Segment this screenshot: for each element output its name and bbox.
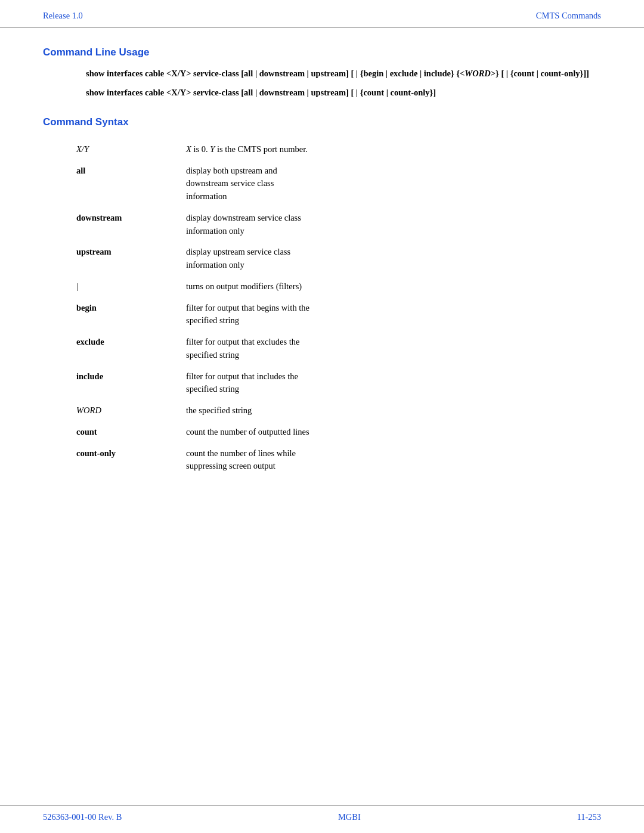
syntax-term-include: include <box>67 366 186 401</box>
syntax-row-all: all display both upstream anddownstream … <box>67 160 601 208</box>
syntax-def-count-only: count the number of lines whilesuppressi… <box>186 443 601 478</box>
syntax-def-pipe: turns on output modifiers (filters) <box>186 276 601 298</box>
syntax-row-exclude: exclude filter for output that excludes … <box>67 332 601 366</box>
syntax-row-xy: X/Y X is 0. Y is the CMTS port number. <box>67 139 601 160</box>
command-syntax-section: Command Syntax X/Y X is 0. Y is the CMTS… <box>43 116 601 477</box>
syntax-row-word: WORD the specified string <box>67 400 601 422</box>
page-footer: 526363-001-00 Rev. B MGBI 11-253 <box>0 806 644 833</box>
syntax-def-exclude: filter for output that excludes thespeci… <box>186 332 601 366</box>
syntax-term-upstream: upstream <box>67 241 186 276</box>
syntax-row-upstream: upstream display upstream service classi… <box>67 241 601 276</box>
syntax-row-count-only: count-only count the number of lines whi… <box>67 443 601 478</box>
page-container: Release 1.0 CMTS Commands Command Line U… <box>0 0 644 833</box>
syntax-def-xy: X is 0. Y is the CMTS port number. <box>186 139 601 160</box>
command-line-usage-section: Command Line Usage show interfaces cable… <box>43 47 601 100</box>
command-line-usage-heading: Command Line Usage <box>43 47 601 58</box>
syntax-def-downstream: display downstream service classinformat… <box>186 208 601 242</box>
command-block-1: show interfaces cable <X/Y> service-clas… <box>86 67 601 80</box>
syntax-row-downstream: downstream display downstream service cl… <box>67 208 601 242</box>
command-syntax-heading: Command Syntax <box>43 116 601 128</box>
syntax-term-downstream: downstream <box>67 208 186 242</box>
syntax-table: X/Y X is 0. Y is the CMTS port number. a… <box>67 139 601 477</box>
syntax-term-all: all <box>67 160 186 208</box>
syntax-row-begin: begin filter for output that begins with… <box>67 298 601 332</box>
syntax-def-include: filter for output that includes thespeci… <box>186 366 601 401</box>
syntax-term-count: count <box>67 422 186 443</box>
syntax-term-count-only: count-only <box>67 443 186 478</box>
syntax-def-upstream: display upstream service classinformatio… <box>186 241 601 276</box>
syntax-def-all: display both upstream anddownstream serv… <box>186 160 601 208</box>
syntax-term-pipe: | <box>67 276 186 298</box>
syntax-term-begin: begin <box>67 298 186 332</box>
header-title: CMTS Commands <box>536 11 601 21</box>
syntax-row-count: count count the number of outputted line… <box>67 422 601 443</box>
syntax-row-include: include filter for output that includes … <box>67 366 601 401</box>
syntax-def-word: the specified string <box>186 400 601 422</box>
command-text-1: show interfaces cable <X/Y> service-clas… <box>86 67 601 80</box>
syntax-term-word: WORD <box>67 400 186 422</box>
main-content: Command Line Usage show interfaces cable… <box>0 27 644 477</box>
syntax-def-count: count the number of outputted lines <box>186 422 601 443</box>
command-block-2: show interfaces cable <X/Y> service-clas… <box>86 86 601 99</box>
footer-product: MGBI <box>338 812 361 822</box>
header-release: Release 1.0 <box>43 11 83 21</box>
footer-doc-number: 526363-001-00 Rev. B <box>43 812 122 822</box>
syntax-term-exclude: exclude <box>67 332 186 366</box>
page-header: Release 1.0 CMTS Commands <box>0 0 644 27</box>
command-text-2: show interfaces cable <X/Y> service-clas… <box>86 86 601 99</box>
syntax-row-pipe: | turns on output modifiers (filters) <box>67 276 601 298</box>
syntax-def-begin: filter for output that begins with thesp… <box>186 298 601 332</box>
footer-page-number: 11-253 <box>577 812 601 822</box>
syntax-term-xy: X/Y <box>67 139 186 160</box>
